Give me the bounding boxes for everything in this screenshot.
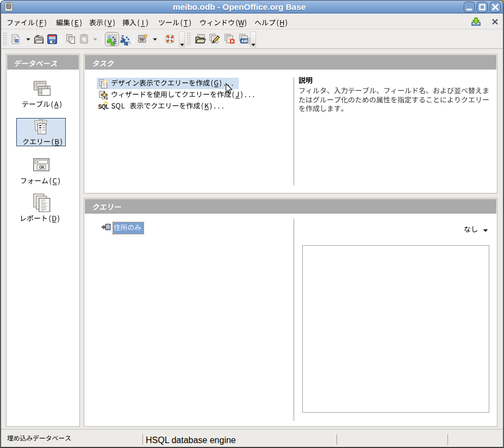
svg-text:SQL: SQL	[98, 104, 109, 110]
svg-text:OK: OK	[39, 165, 45, 169]
svg-text:OK: OK	[140, 39, 145, 42]
svg-text:AB: AB	[241, 39, 246, 43]
